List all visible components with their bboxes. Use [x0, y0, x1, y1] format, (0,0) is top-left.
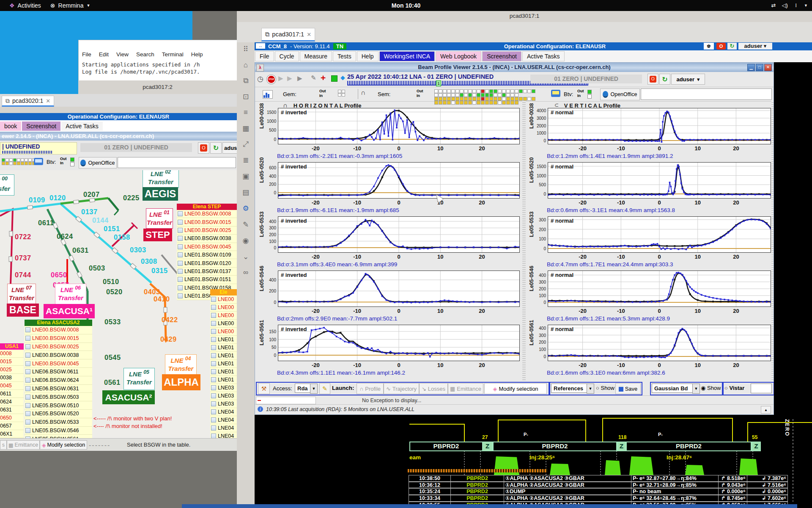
list-item[interactable]: LNE05.BSGW.0561 — [25, 435, 92, 438]
modify-selection-button[interactable]: ◈Modify selection — [484, 383, 547, 394]
save-button[interactable]: Save — [615, 383, 641, 394]
stop-acquisition-button[interactable]: O — [647, 74, 658, 85]
checkbox[interactable] — [25, 386, 30, 391]
checkbox[interactable] — [25, 369, 30, 374]
checkbox[interactable] — [178, 244, 183, 249]
losses-button-partial[interactable]: s — [0, 440, 7, 450]
list-item[interactable]: 06X1 — [0, 430, 24, 438]
gaussian-show-radio[interactable]: ◉ Show — [701, 385, 721, 391]
references-dropdown[interactable]: References — [551, 384, 591, 393]
list-item[interactable]: 0624 — [0, 398, 24, 406]
checkbox[interactable] — [25, 428, 30, 433]
grid-icon[interactable]: ▦ — [242, 124, 249, 133]
checkbox[interactable] — [25, 353, 30, 358]
checkbox[interactable] — [211, 409, 216, 414]
menu-book[interactable]: book — [0, 121, 21, 131]
fullscreen-icon[interactable]: ⊡ — [243, 92, 249, 101]
list-item[interactable]: LNE01 — [210, 352, 237, 360]
list-item[interactable]: LNE04 — [210, 408, 237, 416]
menu-measure[interactable]: Measure — [300, 51, 332, 61]
menu-screenshot[interactable]: Screenshot — [22, 121, 60, 131]
list-item[interactable]: 0008 — [0, 350, 24, 358]
checkbox[interactable] — [178, 228, 183, 233]
list-item[interactable]: LNE04 — [210, 432, 237, 438]
list-item[interactable]: LNE00.BSGW.0045 — [177, 243, 237, 251]
tab-pcad3020[interactable]: ⧉ pcad3020:1 ✕ — [2, 96, 54, 107]
references-show-radio[interactable]: ○ Show — [596, 385, 614, 391]
tab-pcad3017[interactable]: ⧉ pcad3017:1 ✕ — [261, 28, 315, 41]
checkbox[interactable] — [25, 344, 30, 349]
vistar-field[interactable] — [751, 384, 772, 393]
list-item[interactable]: LNE01.BSGW.0151 — [177, 276, 237, 284]
power-icon[interactable]: ⏽ — [794, 2, 798, 9]
list-item[interactable]: LNE00 — [210, 328, 237, 336]
list-item[interactable]: LNE04 — [210, 424, 237, 432]
checkbox[interactable] — [25, 361, 30, 366]
checkbox[interactable] — [211, 305, 216, 310]
checkbox[interactable] — [178, 277, 183, 282]
list-item[interactable]: 0025 — [0, 366, 24, 374]
menu-web-logbook[interactable]: Web Logbook — [436, 51, 481, 61]
refresh-button[interactable]: ↻ — [659, 74, 670, 85]
access-dropdown-arrow[interactable]: ▼ — [310, 384, 318, 394]
panel-icon[interactable]: ▣ — [242, 172, 249, 181]
list-item[interactable]: LNE05.BSGW.0546 — [25, 427, 92, 435]
stop-acquisition-button[interactable]: O — [716, 43, 726, 50]
left-bpv-titlebar[interactable]: ewer 2.14.5 - (INCA) - LNA.USER.ALL (cs-… — [0, 132, 237, 141]
menu-active-tasks[interactable]: Active Tasks — [522, 51, 565, 61]
checkbox[interactable] — [211, 433, 216, 438]
monitor-icon[interactable] — [551, 90, 560, 97]
screenshot-icon[interactable]: ◉ — [243, 236, 249, 245]
launch-profile-button[interactable]: ∩Profile — [357, 383, 384, 394]
gaussian-dropdown-arrow[interactable]: ▼ — [692, 384, 700, 394]
keyboard-icon[interactable]: ▤ — [242, 188, 249, 197]
list-item[interactable]: LNE01 — [210, 360, 237, 368]
checkbox[interactable] — [211, 297, 216, 302]
openoffice-button[interactable]: OpenOffice — [79, 157, 117, 168]
list-item[interactable]: LNE01 — [210, 368, 237, 376]
profile-plot[interactable]: # normal — [548, 271, 771, 307]
vistar-radio[interactable]: ○ Vistar — [724, 385, 744, 391]
chevron-down-icon[interactable]: ⌄ — [243, 252, 249, 261]
drag-handle-icon[interactable]: ⠿ — [243, 45, 248, 54]
menu-file[interactable]: File — [255, 51, 274, 61]
checkbox[interactable] — [211, 385, 216, 390]
list-item[interactable]: LNE00.BSGW.0008 — [177, 210, 237, 218]
list-item[interactable]: LNE00 — [210, 312, 237, 320]
user-dropdown[interactable]: aduser ▾ — [738, 43, 772, 50]
checkbox[interactable] — [211, 417, 216, 422]
restore-window-icon[interactable]: ⧉ — [243, 77, 248, 85]
red-cross-icon[interactable]: + — [321, 73, 326, 83]
terminal-window[interactable]: FileEditViewSearchTerminalHelp Starting … — [78, 40, 238, 81]
menu-workingset-inca[interactable]: WorkingSet INCA — [379, 51, 435, 61]
list-item[interactable]: 0045 — [0, 382, 24, 390]
checkbox[interactable] — [25, 336, 30, 341]
list-item[interactable]: LNE00.BSGW.0038 — [177, 235, 237, 243]
home-icon[interactable]: ⌂ — [244, 61, 248, 69]
checkbox[interactable] — [211, 425, 216, 431]
list-item[interactable]: LNE04 — [210, 416, 237, 424]
taskbar-strip[interactable] — [182, 504, 797, 508]
joker-icon[interactable]: ♚ — [704, 43, 714, 50]
clock-icon[interactable]: ◷ — [257, 75, 263, 83]
bpv-titlebar[interactable]: λ Beam Profile Viewer 2.14.5 - (INCA) - … — [255, 63, 774, 72]
checkbox[interactable] — [211, 345, 216, 350]
menu-screenshot[interactable]: Screenshot — [482, 51, 521, 61]
list-item[interactable]: LNE00.BSGW.0025 — [177, 226, 237, 235]
access-tools-button[interactable]: ⚒ — [258, 383, 270, 394]
list-item[interactable]: LNE00.BSGW.0008 — [25, 326, 92, 334]
list-item[interactable]: LNE03 — [210, 392, 237, 400]
list-item[interactable]: LNE05.BSGW.0503 — [25, 393, 92, 401]
clock[interactable]: Mon 10:40 — [0, 2, 812, 9]
terminal-menu-view[interactable]: View — [116, 51, 129, 58]
user-dropdown[interactable]: aduser ▾ — [671, 74, 705, 85]
checkbox[interactable] — [178, 285, 183, 290]
close-icon[interactable]: ✕ — [46, 98, 50, 104]
list-item[interactable]: LNE01 — [210, 376, 237, 384]
checkbox[interactable] — [178, 211, 183, 216]
list-item[interactable]: 0611 — [0, 390, 24, 398]
list-item[interactable]: LNE06.BSGW.0631 — [25, 385, 92, 393]
refresh-button[interactable]: ↻ — [210, 142, 222, 154]
panel-scrollbar[interactable] — [771, 101, 774, 381]
link-icon[interactable]: ∞ — [243, 268, 248, 277]
